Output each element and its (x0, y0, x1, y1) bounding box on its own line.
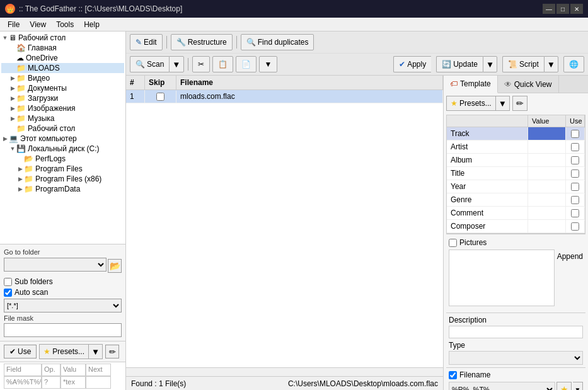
filename-select[interactable]: %R%. %T% (449, 382, 555, 390)
genre-use-checkbox[interactable] (571, 196, 579, 204)
row-skip[interactable] (145, 91, 176, 103)
tree-item-images[interactable]: ▶ 📁 Изображения (1, 103, 124, 113)
tag-use[interactable] (566, 154, 585, 166)
menu-view[interactable]: View (25, 19, 51, 30)
filename-star-button[interactable]: ★ (556, 382, 572, 390)
restructure-button[interactable]: 🔧 Restructure (171, 34, 233, 50)
tag-use[interactable] (566, 128, 585, 140)
copy-icon: 📋 (218, 60, 228, 69)
tree-item-onedrive[interactable]: ☁ OneDrive (1, 53, 124, 63)
type-label: Type (449, 341, 583, 350)
presets-star-icon: ★ (451, 99, 458, 108)
file-scrollbar[interactable] (126, 367, 443, 376)
script-group: 📜 Script ▼ (502, 56, 558, 72)
tag-value[interactable] (528, 127, 566, 140)
artist-use-checkbox[interactable] (571, 143, 579, 151)
goto-combo[interactable] (4, 258, 107, 272)
menu-tools[interactable]: Tools (51, 19, 79, 30)
paste-button[interactable]: 📄 (236, 56, 257, 72)
tag-use[interactable] (566, 207, 585, 219)
scan-button[interactable]: 🔍 Scan (130, 56, 169, 72)
tag-use[interactable] (566, 221, 585, 232)
table-row[interactable]: 1 mloads.com.flac (126, 90, 443, 103)
year-use-checkbox[interactable] (571, 183, 579, 191)
tag-row-album: Album (447, 154, 585, 167)
tag-value[interactable] (528, 193, 566, 206)
tag-value[interactable] (528, 207, 566, 219)
tag-value[interactable] (528, 180, 566, 193)
tree-item-video[interactable]: ▶ 📁 Видео (1, 73, 124, 83)
presets-button[interactable]: ★ Presets... (446, 96, 495, 111)
template-panel: ★ Presets... ▼ ✏ Value Use (444, 93, 588, 390)
tag-name: Genre (447, 193, 528, 206)
edit-pencil-button[interactable]: ✏ (512, 96, 527, 111)
tag-row-artist: Artist (447, 141, 585, 154)
tag-value[interactable] (528, 220, 566, 232)
type-select[interactable] (449, 351, 583, 365)
row-num: 1 (126, 90, 145, 103)
copy-button[interactable]: 📋 (212, 56, 233, 72)
skip-checkbox[interactable] (156, 93, 164, 101)
tag-use[interactable] (566, 181, 585, 193)
file-mask-input[interactable] (4, 323, 122, 337)
scan-arrow-button[interactable]: ▼ (169, 56, 183, 72)
pictures-checkbox[interactable] (449, 239, 457, 247)
title-use-checkbox[interactable] (571, 169, 579, 178)
tree-item-documents[interactable]: ▶ 📁 Документы (1, 83, 124, 93)
tree-item-mloads[interactable]: 📁 MLOADS (1, 63, 124, 73)
album-use-checkbox[interactable] (571, 156, 579, 164)
tab-template[interactable]: 🏷 Template (444, 76, 498, 93)
tree-item-program-files-x86[interactable]: ▶ 📁 Program Files (x86) (1, 174, 124, 184)
edit-filter-button[interactable]: ✏ (105, 345, 119, 358)
description-input[interactable] (449, 326, 583, 338)
status-right: C:\Users\MLOADS\Desktop\mloads.com.flac (288, 379, 438, 388)
more-button[interactable]: ▼ (259, 56, 278, 72)
close-button[interactable]: ✕ (570, 4, 583, 14)
filter-presets-button[interactable]: ★ Presets... (39, 344, 88, 359)
autoscan-checkbox[interactable] (4, 289, 12, 297)
goto-folder-button[interactable]: 📂 (108, 259, 122, 273)
composer-use-checkbox[interactable] (571, 222, 579, 231)
menu-file[interactable]: File (3, 19, 25, 30)
subfolders-checkbox[interactable] (4, 278, 12, 286)
tree-item-music[interactable]: ▶ 📁 Музыка (1, 113, 124, 123)
web-button[interactable]: 🌐 (563, 56, 584, 72)
cut-button[interactable]: ✂ (192, 56, 210, 72)
tree-label: Рабочий стол (18, 33, 66, 42)
tree-item-downloads[interactable]: ▶ 📁 Загрузки (1, 93, 124, 103)
maximize-button[interactable]: □ (556, 4, 569, 14)
tree-item-desktop[interactable]: 📁 Рабочий стол (1, 123, 124, 134)
presets-arrow-button[interactable]: ▼ (495, 96, 510, 111)
update-button[interactable]: 🔄 Update (436, 56, 483, 72)
folder-icon: ☁ (16, 54, 24, 62)
script-button[interactable]: 📜 Script (502, 56, 544, 72)
script-arrow-button[interactable]: ▼ (544, 56, 558, 72)
tab-quick-view[interactable]: 👁 Quick View (498, 76, 559, 93)
filter-presets-arrow[interactable]: ▼ (88, 344, 103, 359)
edit-button[interactable]: ✎ Edit (130, 34, 163, 50)
filename-checkbox[interactable] (449, 371, 457, 379)
tag-value[interactable] (528, 154, 566, 166)
menu-help[interactable]: Help (79, 19, 105, 30)
apply-button[interactable]: ✔ Apply (393, 56, 431, 72)
tree-item-perflogs[interactable]: 📂 PerfLogs (1, 154, 124, 164)
tree-item-home[interactable]: 🏠 Главная (1, 43, 124, 53)
tree-item-programdata[interactable]: ▶ 📁 ProgramData (1, 184, 124, 194)
tag-use[interactable] (566, 168, 585, 180)
tag-use[interactable] (566, 141, 585, 153)
use-button[interactable]: ✔ Use (4, 345, 37, 358)
tag-use[interactable] (566, 194, 585, 206)
tree-item-desktop-root[interactable]: ▼ 🖥 Рабочий стол (1, 33, 124, 43)
filename-arrow-button[interactable]: ▼ (573, 382, 583, 390)
update-arrow-button[interactable]: ▼ (483, 56, 497, 72)
file-filter-combo[interactable]: [*.*] (4, 299, 122, 313)
tag-value[interactable] (528, 167, 566, 180)
minimize-button[interactable]: — (543, 4, 555, 14)
find-dupes-button[interactable]: 🔍 Find duplicates (241, 34, 314, 50)
tree-item-drive-c[interactable]: ▼ 💾 Локальный диск (C:) (1, 144, 124, 154)
tag-value[interactable] (528, 141, 566, 153)
track-use-checkbox[interactable] (571, 130, 579, 138)
tree-item-this-computer[interactable]: ▶ 💻 Этот компьютер (1, 134, 124, 144)
comment-use-checkbox[interactable] (571, 209, 579, 217)
tree-item-program-files[interactable]: ▶ 📁 Program Files (1, 164, 124, 174)
